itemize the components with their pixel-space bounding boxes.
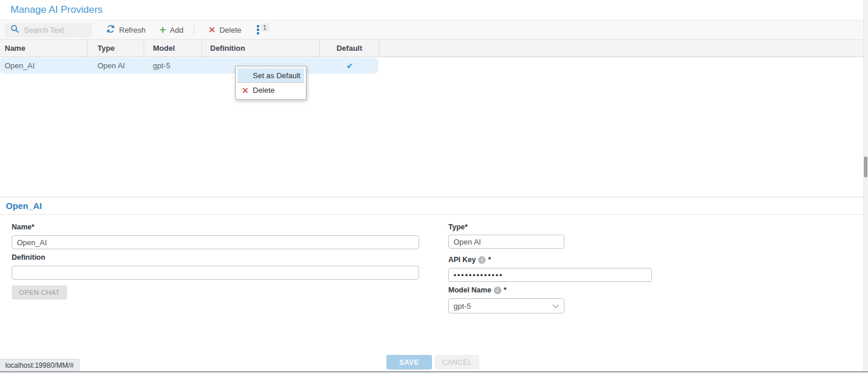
delete-label: Delete	[219, 26, 242, 34]
model-name-info-icon[interactable]: i	[494, 287, 501, 294]
chevron-down-icon	[552, 302, 559, 311]
provider-detail-panel: Open_AI Name* Definition OPEN CHAT Type*…	[0, 197, 868, 373]
vertical-scrollbar-track[interactable]	[863, 0, 868, 371]
definition-label: Definition	[12, 253, 46, 262]
manage-ai-providers-screen: Manage AI Providers Refresh + Add ✕	[0, 0, 868, 373]
menu-item-set-default[interactable]: Set as Default	[238, 68, 304, 83]
cell-model: gpt-5	[144, 58, 202, 74]
column-header-definition[interactable]: Definition	[202, 40, 320, 57]
search-box[interactable]	[5, 23, 92, 37]
api-key-label: API Key i *	[448, 256, 491, 264]
row-context-menu: Set as Default ✕ Delete	[235, 66, 306, 100]
vertical-scrollbar-thumb[interactable]	[864, 156, 867, 177]
detail-panel-title: Open_AI	[6, 201, 42, 211]
set-default-label: Set as Default	[253, 71, 301, 80]
cell-name: Open_AI	[0, 58, 88, 74]
column-header-model[interactable]: Model	[144, 40, 202, 57]
api-key-field[interactable]	[448, 268, 652, 282]
cancel-button[interactable]: CANCEL	[435, 355, 479, 369]
window-bottom-border	[0, 371, 868, 372]
column-header-name[interactable]: Name	[0, 40, 88, 57]
name-field[interactable]	[12, 235, 419, 249]
status-url-tooltip: localhost:19980/MM/#	[0, 359, 79, 371]
menu-delete-label: Delete	[253, 86, 275, 95]
add-button[interactable]: + Add	[160, 26, 184, 34]
vertical-dots-icon	[257, 25, 259, 34]
delete-x-icon: ✕	[238, 86, 253, 95]
delete-button[interactable]: ✕ Delete	[208, 25, 241, 34]
delete-x-icon: ✕	[208, 25, 215, 34]
column-header-default[interactable]: Default	[320, 40, 379, 57]
cell-type: Open AI	[88, 58, 144, 74]
name-label: Name*	[12, 223, 34, 231]
more-menu-button[interactable]: 1	[257, 25, 269, 34]
type-label: Type*	[448, 223, 468, 231]
api-key-info-icon[interactable]: i	[478, 256, 486, 264]
page-header: Manage AI Providers	[0, 0, 868, 20]
status-url-text: localhost:19980/MM/#	[5, 361, 74, 369]
type-field[interactable]	[448, 235, 564, 249]
refresh-icon	[106, 25, 115, 35]
column-header-filler	[379, 40, 868, 57]
save-button[interactable]: SAVE	[386, 355, 432, 369]
plus-icon: +	[160, 26, 166, 34]
model-name-label: Model Name i *	[448, 286, 507, 294]
model-name-select[interactable]: gpt-5	[448, 298, 564, 313]
detail-panel-header: Open_AI	[0, 197, 868, 215]
table-header: Name Type Model Definition Default	[0, 40, 868, 57]
search-input[interactable]	[24, 26, 82, 34]
toolbar: Refresh + Add ✕ Delete 1	[0, 20, 868, 40]
search-icon	[11, 25, 19, 36]
add-label: Add	[170, 26, 183, 34]
open-chat-button[interactable]: OPEN CHAT	[12, 285, 67, 299]
default-check-icon: ✔	[320, 61, 379, 71]
refresh-label: Refresh	[119, 26, 146, 34]
menu-count-badge: 1	[261, 23, 269, 32]
page-title: Manage AI Providers	[11, 4, 103, 16]
cell-default: ✔	[320, 58, 379, 74]
menu-item-delete[interactable]: ✕ Delete	[238, 83, 304, 97]
toolbar-divider	[194, 25, 194, 34]
table-row-openai[interactable]: Open_AI Open AI gpt-5 ✔	[0, 58, 378, 74]
refresh-button[interactable]: Refresh	[106, 25, 146, 35]
column-header-type[interactable]: Type	[88, 40, 144, 57]
model-name-value: gpt-5	[454, 302, 471, 311]
definition-field[interactable]	[12, 266, 419, 280]
